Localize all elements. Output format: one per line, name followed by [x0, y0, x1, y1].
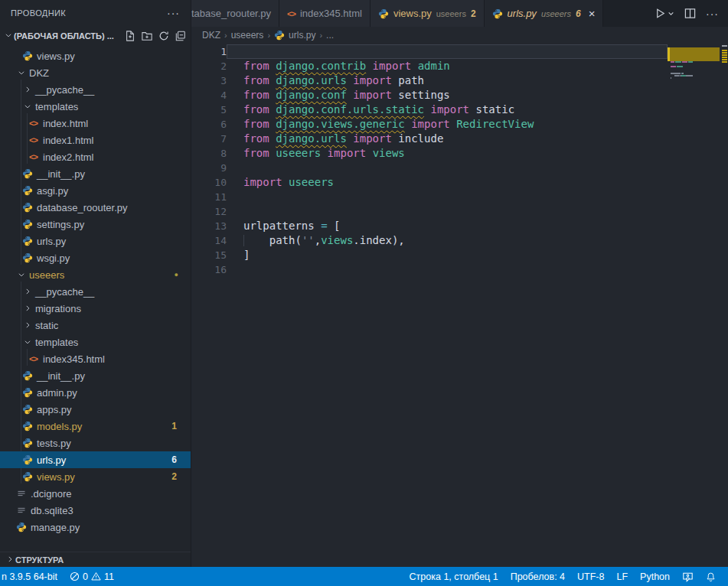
breadcrumb-item[interactable]: useeers [231, 30, 264, 41]
code-line-9[interactable]: 9 [191, 161, 668, 175]
code-line-2[interactable]: 2from django.contrib import admin [191, 59, 668, 73]
line-number: 4 [191, 88, 227, 103]
code-line-5[interactable]: 5from django.conf.urls.static import sta… [191, 103, 668, 117]
code-line-7[interactable]: 7from django.urls import include [191, 132, 668, 146]
minimap[interactable] [668, 44, 720, 567]
editor-more-actions-icon[interactable]: ··· [706, 8, 719, 20]
tab-urls-py[interactable]: urls.pyuseeers6× [485, 0, 604, 27]
notifications-bell-icon[interactable] [700, 567, 722, 586]
explorer-more-actions-icon[interactable]: ··· [167, 7, 180, 19]
breadcrumb-item[interactable]: ... [326, 30, 334, 41]
error-icon [70, 571, 80, 581]
tree-file-admin-py[interactable]: admin.py [0, 384, 191, 401]
minimap-code-bar [677, 66, 683, 67]
python-file-icon [21, 421, 33, 431]
code-line-14[interactable]: 14 path('',views.index), [191, 233, 668, 248]
tree-folder-templates[interactable]: templates [0, 98, 191, 115]
tree-item-label: asgi.py [37, 185, 68, 197]
code-token [243, 234, 269, 246]
code-line-16[interactable]: 16 [191, 262, 668, 277]
tree-folder--pycache-[interactable]: __pycache__ [0, 81, 191, 98]
overview-ruler[interactable] [720, 44, 728, 567]
tree-file-wsgi-py[interactable]: wsgi.py [0, 249, 191, 266]
minimap-code-bar [671, 61, 674, 63]
breadcrumb[interactable]: DKZ›useeers›urls.py›... [191, 27, 728, 44]
tree-item-label: index345.html [43, 353, 105, 365]
encoding-item[interactable]: UTF-8 [571, 567, 610, 586]
line-number: 8 [191, 146, 227, 161]
code-line-3[interactable]: 3from django.urls import path [191, 73, 668, 88]
outline-section-header[interactable]: СТРУКТУРА [0, 552, 191, 567]
tree-file-views-py[interactable]: views.py [0, 47, 191, 64]
tree-item-label: index2.html [43, 151, 93, 163]
code-line-4[interactable]: 4from django.conf import settings [191, 88, 668, 103]
tree-file-tests-py[interactable]: tests.py [0, 435, 191, 451]
chevron-right-icon [23, 86, 32, 93]
tree-folder-useeers[interactable]: useeers● [0, 266, 191, 283]
eol-item[interactable]: LF [610, 567, 634, 586]
cursor-position-item[interactable]: Строка 1, столбец 1 [403, 567, 504, 586]
tree-file-urls-py[interactable]: urls.py6 [0, 451, 191, 468]
close-tab-icon[interactable]: × [589, 7, 596, 20]
indentation-item[interactable]: Пробелов: 4 [504, 567, 571, 586]
line-content: from django.views.generic import Redirec… [227, 117, 668, 132]
tree-file-index2-html[interactable]: <>index2.html [0, 148, 191, 165]
code-line-11[interactable]: 11 [191, 190, 668, 204]
tree-file-index1-html[interactable]: <>index1.html [0, 132, 191, 148]
code-line-1[interactable]: 1 [191, 44, 668, 59]
tree-file-database-roouter-py[interactable]: database_roouter.py [0, 199, 191, 216]
code-line-6[interactable]: 6from django.views.generic import Redire… [191, 117, 668, 132]
new-file-icon[interactable] [125, 31, 135, 41]
code-line-10[interactable]: 10import useeers [191, 175, 668, 190]
code-token: include [398, 132, 443, 145]
problems-badge: 2 [171, 471, 177, 482]
workspace-section-header[interactable]: (РАБОЧАЯ ОБЛАСТЬ) ... [0, 26, 191, 46]
tree-folder--pycache-[interactable]: __pycache__ [0, 283, 191, 300]
tree-file-urls-py[interactable]: urls.py [0, 233, 191, 249]
tree-file--init-py[interactable]: __init__.py [0, 367, 191, 384]
line-number: 5 [191, 103, 227, 117]
tree-file--init-py[interactable]: __init__.py [0, 165, 191, 182]
ruler-warning-mark [722, 59, 727, 60]
new-folder-icon[interactable] [142, 31, 152, 41]
breadcrumb-item[interactable]: urls.py [289, 30, 315, 41]
split-editor-icon[interactable] [684, 8, 696, 19]
code-token: import [353, 74, 392, 86]
tree-file-manage-py[interactable]: manage.py [0, 519, 191, 536]
language-mode-item[interactable]: Python [634, 567, 676, 586]
tree-file-index345-html[interactable]: <>index345.html [0, 350, 191, 367]
tree-file--dcignore[interactable]: .dcignore [0, 485, 191, 502]
tree-folder-dkz[interactable]: DKZ [0, 64, 191, 81]
tree-file-db-sqlite3[interactable]: db.sqlite3 [0, 502, 191, 519]
line-content: import useeers [227, 175, 668, 190]
tab-tabase-roouter-py[interactable]: tabase_roouter.py [191, 0, 279, 27]
tree-file-settings-py[interactable]: settings.py [0, 216, 191, 233]
code-line-13[interactable]: 13urlpatterns = [ [191, 219, 668, 233]
tree-file-asgi-py[interactable]: asgi.py [0, 182, 191, 199]
tree-file-views-py[interactable]: views.py2 [0, 468, 191, 485]
html-file-icon: <> [287, 9, 295, 18]
tree-file-index-html[interactable]: <>index.html [0, 115, 191, 132]
code-line-12[interactable]: 12 [191, 204, 668, 219]
tree-file-models-py[interactable]: models.py1 [0, 418, 191, 435]
feedback-icon[interactable] [676, 567, 700, 586]
refresh-explorer-icon[interactable] [158, 31, 169, 41]
tree-item-label: templates [35, 337, 78, 348]
ruler-warning-mark [722, 57, 727, 58]
run-python-file-button[interactable] [655, 8, 674, 19]
collapse-folders-icon[interactable] [175, 31, 186, 41]
tree-file-apps-py[interactable]: apps.py [0, 401, 191, 418]
python-version-item[interactable]: n 3.9.5 64-bit [0, 567, 64, 586]
tree-folder-migrations[interactable]: migrations [0, 300, 191, 317]
code-line-15[interactable]: 15] [191, 248, 668, 262]
problems-item[interactable]: 0 11 [64, 567, 120, 586]
breadcrumb-item[interactable]: DKZ [202, 30, 220, 41]
code-token [450, 118, 456, 130]
tree-folder-static[interactable]: static [0, 317, 191, 334]
tree-item-label: settings.py [37, 219, 84, 230]
tree-folder-templates[interactable]: templates [0, 334, 191, 350]
tab-index345-html[interactable]: <>index345.html [279, 0, 371, 27]
tab-views-py[interactable]: views.pyuseeers2 [371, 0, 485, 27]
ruler-cursor-mark [722, 45, 727, 47]
code-line-8[interactable]: 8from useeers import views [191, 146, 668, 161]
